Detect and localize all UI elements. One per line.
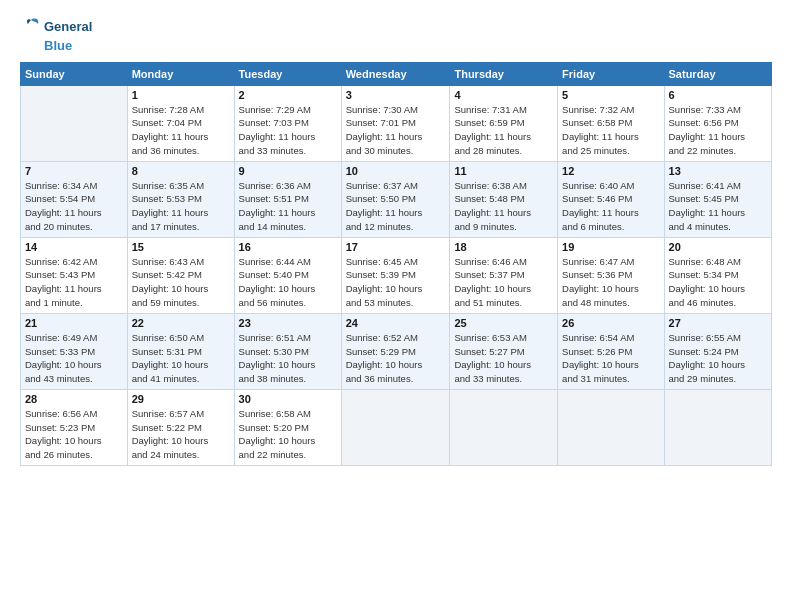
day-info: Sunrise: 6:35 AM Sunset: 5:53 PM Dayligh… xyxy=(132,179,230,234)
day-info: Sunrise: 6:44 AM Sunset: 5:40 PM Dayligh… xyxy=(239,255,337,310)
day-number: 9 xyxy=(239,165,337,177)
calendar-cell: 10Sunrise: 6:37 AM Sunset: 5:50 PM Dayli… xyxy=(341,161,450,237)
day-number: 8 xyxy=(132,165,230,177)
header-row: SundayMondayTuesdayWednesdayThursdayFrid… xyxy=(21,62,772,85)
calendar-body: 1Sunrise: 7:28 AM Sunset: 7:04 PM Daylig… xyxy=(21,85,772,465)
day-info: Sunrise: 6:53 AM Sunset: 5:27 PM Dayligh… xyxy=(454,331,553,386)
day-number: 7 xyxy=(25,165,123,177)
day-number: 12 xyxy=(562,165,659,177)
calendar-cell: 1Sunrise: 7:28 AM Sunset: 7:04 PM Daylig… xyxy=(127,85,234,161)
day-info: Sunrise: 7:30 AM Sunset: 7:01 PM Dayligh… xyxy=(346,103,446,158)
day-info: Sunrise: 6:55 AM Sunset: 5:24 PM Dayligh… xyxy=(669,331,767,386)
calendar-cell: 28Sunrise: 6:56 AM Sunset: 5:23 PM Dayli… xyxy=(21,389,128,465)
calendar-cell: 30Sunrise: 6:58 AM Sunset: 5:20 PM Dayli… xyxy=(234,389,341,465)
header-day-friday: Friday xyxy=(558,62,664,85)
calendar-cell: 21Sunrise: 6:49 AM Sunset: 5:33 PM Dayli… xyxy=(21,313,128,389)
day-number: 16 xyxy=(239,241,337,253)
day-number: 30 xyxy=(239,393,337,405)
day-number: 17 xyxy=(346,241,446,253)
day-number: 15 xyxy=(132,241,230,253)
day-number: 3 xyxy=(346,89,446,101)
calendar-cell: 17Sunrise: 6:45 AM Sunset: 5:39 PM Dayli… xyxy=(341,237,450,313)
header-day-saturday: Saturday xyxy=(664,62,771,85)
day-info: Sunrise: 6:40 AM Sunset: 5:46 PM Dayligh… xyxy=(562,179,659,234)
logo-general: General xyxy=(44,19,92,35)
header-day-wednesday: Wednesday xyxy=(341,62,450,85)
week-row-4: 21Sunrise: 6:49 AM Sunset: 5:33 PM Dayli… xyxy=(21,313,772,389)
page: General Blue SundayMondayTuesdayWednesda… xyxy=(0,0,792,612)
day-info: Sunrise: 6:43 AM Sunset: 5:42 PM Dayligh… xyxy=(132,255,230,310)
calendar-cell: 8Sunrise: 6:35 AM Sunset: 5:53 PM Daylig… xyxy=(127,161,234,237)
calendar-cell: 23Sunrise: 6:51 AM Sunset: 5:30 PM Dayli… xyxy=(234,313,341,389)
day-info: Sunrise: 7:32 AM Sunset: 6:58 PM Dayligh… xyxy=(562,103,659,158)
day-number: 18 xyxy=(454,241,553,253)
day-info: Sunrise: 6:52 AM Sunset: 5:29 PM Dayligh… xyxy=(346,331,446,386)
day-number: 19 xyxy=(562,241,659,253)
calendar-cell xyxy=(558,389,664,465)
calendar-cell: 16Sunrise: 6:44 AM Sunset: 5:40 PM Dayli… xyxy=(234,237,341,313)
calendar-cell: 5Sunrise: 7:32 AM Sunset: 6:58 PM Daylig… xyxy=(558,85,664,161)
calendar-cell: 9Sunrise: 6:36 AM Sunset: 5:51 PM Daylig… xyxy=(234,161,341,237)
day-info: Sunrise: 7:28 AM Sunset: 7:04 PM Dayligh… xyxy=(132,103,230,158)
day-info: Sunrise: 6:46 AM Sunset: 5:37 PM Dayligh… xyxy=(454,255,553,310)
week-row-5: 28Sunrise: 6:56 AM Sunset: 5:23 PM Dayli… xyxy=(21,389,772,465)
calendar-cell: 4Sunrise: 7:31 AM Sunset: 6:59 PM Daylig… xyxy=(450,85,558,161)
day-info: Sunrise: 6:36 AM Sunset: 5:51 PM Dayligh… xyxy=(239,179,337,234)
day-info: Sunrise: 6:45 AM Sunset: 5:39 PM Dayligh… xyxy=(346,255,446,310)
calendar-cell: 27Sunrise: 6:55 AM Sunset: 5:24 PM Dayli… xyxy=(664,313,771,389)
day-number: 20 xyxy=(669,241,767,253)
header: General Blue xyxy=(20,16,772,54)
day-info: Sunrise: 7:29 AM Sunset: 7:03 PM Dayligh… xyxy=(239,103,337,158)
header-day-tuesday: Tuesday xyxy=(234,62,341,85)
calendar-cell: 12Sunrise: 6:40 AM Sunset: 5:46 PM Dayli… xyxy=(558,161,664,237)
day-info: Sunrise: 6:34 AM Sunset: 5:54 PM Dayligh… xyxy=(25,179,123,234)
day-number: 11 xyxy=(454,165,553,177)
calendar-cell: 22Sunrise: 6:50 AM Sunset: 5:31 PM Dayli… xyxy=(127,313,234,389)
day-number: 29 xyxy=(132,393,230,405)
calendar-cell xyxy=(664,389,771,465)
calendar-cell: 3Sunrise: 7:30 AM Sunset: 7:01 PM Daylig… xyxy=(341,85,450,161)
calendar-cell: 25Sunrise: 6:53 AM Sunset: 5:27 PM Dayli… xyxy=(450,313,558,389)
week-row-3: 14Sunrise: 6:42 AM Sunset: 5:43 PM Dayli… xyxy=(21,237,772,313)
calendar-cell xyxy=(450,389,558,465)
day-number: 27 xyxy=(669,317,767,329)
calendar-cell: 20Sunrise: 6:48 AM Sunset: 5:34 PM Dayli… xyxy=(664,237,771,313)
day-number: 5 xyxy=(562,89,659,101)
day-info: Sunrise: 6:47 AM Sunset: 5:36 PM Dayligh… xyxy=(562,255,659,310)
day-number: 6 xyxy=(669,89,767,101)
week-row-1: 1Sunrise: 7:28 AM Sunset: 7:04 PM Daylig… xyxy=(21,85,772,161)
header-day-monday: Monday xyxy=(127,62,234,85)
day-info: Sunrise: 6:49 AM Sunset: 5:33 PM Dayligh… xyxy=(25,331,123,386)
logo: General Blue xyxy=(20,16,92,54)
day-number: 1 xyxy=(132,89,230,101)
day-info: Sunrise: 6:48 AM Sunset: 5:34 PM Dayligh… xyxy=(669,255,767,310)
day-number: 28 xyxy=(25,393,123,405)
calendar-cell: 14Sunrise: 6:42 AM Sunset: 5:43 PM Dayli… xyxy=(21,237,128,313)
day-info: Sunrise: 6:50 AM Sunset: 5:31 PM Dayligh… xyxy=(132,331,230,386)
day-number: 10 xyxy=(346,165,446,177)
logo-blue: Blue xyxy=(44,38,72,54)
calendar-cell: 19Sunrise: 6:47 AM Sunset: 5:36 PM Dayli… xyxy=(558,237,664,313)
day-number: 22 xyxy=(132,317,230,329)
day-info: Sunrise: 6:38 AM Sunset: 5:48 PM Dayligh… xyxy=(454,179,553,234)
calendar-header: SundayMondayTuesdayWednesdayThursdayFrid… xyxy=(21,62,772,85)
calendar-table: SundayMondayTuesdayWednesdayThursdayFrid… xyxy=(20,62,772,466)
calendar-cell: 26Sunrise: 6:54 AM Sunset: 5:26 PM Dayli… xyxy=(558,313,664,389)
logo-container: General Blue xyxy=(20,16,92,54)
day-info: Sunrise: 6:57 AM Sunset: 5:22 PM Dayligh… xyxy=(132,407,230,462)
day-number: 14 xyxy=(25,241,123,253)
calendar-cell: 11Sunrise: 6:38 AM Sunset: 5:48 PM Dayli… xyxy=(450,161,558,237)
header-day-sunday: Sunday xyxy=(21,62,128,85)
calendar-cell: 6Sunrise: 7:33 AM Sunset: 6:56 PM Daylig… xyxy=(664,85,771,161)
day-info: Sunrise: 6:37 AM Sunset: 5:50 PM Dayligh… xyxy=(346,179,446,234)
day-number: 21 xyxy=(25,317,123,329)
day-info: Sunrise: 6:54 AM Sunset: 5:26 PM Dayligh… xyxy=(562,331,659,386)
day-info: Sunrise: 6:51 AM Sunset: 5:30 PM Dayligh… xyxy=(239,331,337,386)
day-number: 2 xyxy=(239,89,337,101)
day-info: Sunrise: 6:42 AM Sunset: 5:43 PM Dayligh… xyxy=(25,255,123,310)
day-number: 25 xyxy=(454,317,553,329)
day-info: Sunrise: 6:41 AM Sunset: 5:45 PM Dayligh… xyxy=(669,179,767,234)
calendar-cell: 29Sunrise: 6:57 AM Sunset: 5:22 PM Dayli… xyxy=(127,389,234,465)
day-info: Sunrise: 6:58 AM Sunset: 5:20 PM Dayligh… xyxy=(239,407,337,462)
calendar-cell: 15Sunrise: 6:43 AM Sunset: 5:42 PM Dayli… xyxy=(127,237,234,313)
